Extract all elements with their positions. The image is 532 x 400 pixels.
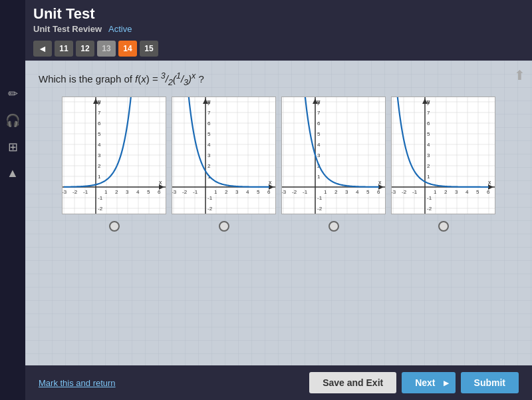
graph-d-canvas	[392, 97, 495, 214]
graph-a-canvas	[63, 97, 166, 214]
graph-b-box[interactable]	[172, 97, 276, 214]
grid-icon[interactable]: ⊞	[8, 140, 18, 154]
radio-d[interactable]	[438, 221, 449, 232]
radio-b[interactable]	[219, 221, 229, 232]
action-buttons: Save and Exit Next Submit	[309, 372, 519, 393]
question-math: 3/2(1/3)x	[161, 73, 199, 85]
tab-back[interactable]: ◄	[33, 41, 52, 57]
graph-c-canvas	[282, 97, 385, 214]
graph-option-b	[172, 97, 276, 232]
radio-c[interactable]	[329, 221, 339, 232]
headphone-icon[interactable]: 🎧	[5, 113, 20, 128]
save-exit-button[interactable]: Save and Exit	[309, 372, 396, 393]
tab-12[interactable]: 12	[76, 41, 94, 57]
graph-b-canvas	[172, 97, 275, 214]
sidebar: ✏ 🎧 ⊞ ▲	[0, 0, 25, 400]
tab-14[interactable]: 14	[118, 41, 137, 57]
subtitle-label: Unit Test Review	[33, 24, 102, 34]
main-content: Unit Test Unit Test Review Active ◄ 11 1…	[25, 0, 532, 400]
graph-a-box[interactable]	[62, 97, 166, 214]
up-icon[interactable]: ▲	[7, 166, 19, 180]
submit-button[interactable]: Submit	[461, 372, 519, 393]
mark-return-button[interactable]: Mark this and return	[39, 378, 116, 388]
bottom-bar: Mark this and return Save and Exit Next …	[25, 365, 532, 400]
nav-tabs: ◄ 11 12 13 14 15	[25, 37, 532, 61]
tab-13[interactable]: 13	[97, 41, 116, 57]
question-suffix: ?	[198, 73, 203, 85]
question-content: ⬆ Which is the graph of f(x) = 3/2(1/3)x…	[25, 61, 532, 365]
header: Unit Test Unit Test Review Active	[25, 0, 532, 37]
next-button[interactable]: Next	[402, 372, 455, 393]
graph-c-box[interactable]	[281, 97, 386, 214]
tab-11[interactable]: 11	[55, 41, 73, 57]
question-label: Which is the graph of f(x) =	[39, 73, 161, 85]
graph-option-a	[62, 97, 166, 232]
edit-icon[interactable]: ✏	[8, 87, 18, 101]
breadcrumb: Unit Test Review Active	[33, 24, 524, 34]
status-badge: Active	[108, 24, 132, 34]
graph-d-box[interactable]	[391, 97, 495, 214]
tab-15[interactable]: 15	[140, 41, 158, 57]
graph-option-d	[391, 97, 495, 232]
graph-option-c	[281, 97, 386, 232]
page-title: Unit Test	[33, 5, 524, 23]
upload-icon[interactable]: ⬆	[514, 67, 525, 83]
graphs-container	[39, 97, 519, 232]
radio-a[interactable]	[109, 221, 120, 232]
question-text: Which is the graph of f(x) = 3/2(1/3)x ?	[39, 71, 519, 87]
